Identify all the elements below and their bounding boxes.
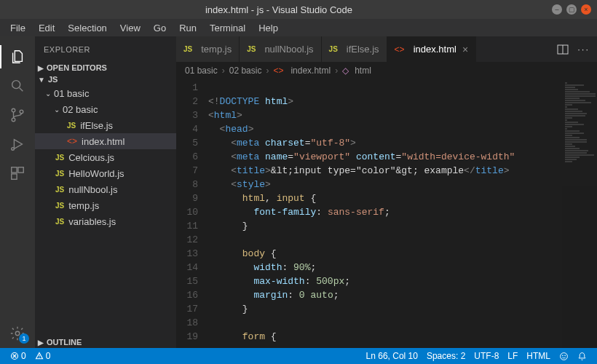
maximize-button[interactable]: ▢	[566, 4, 577, 15]
warning-icon	[35, 352, 44, 360]
breadcrumb-item[interactable]: 01 basic	[185, 66, 218, 76]
tab-index-html[interactable]: <> index.html ×	[387, 36, 476, 62]
split-editor-icon[interactable]	[557, 44, 569, 55]
tree-folder[interactable]: ⌄ 02 basic	[35, 101, 176, 117]
chevron-right-icon: ›	[266, 66, 269, 76]
file-label: variables.js	[68, 216, 116, 227]
tab-temp-js[interactable]: JS temp.js	[176, 36, 240, 62]
menu-selection[interactable]: Selection	[62, 21, 112, 35]
activity-debug[interactable]	[0, 130, 35, 159]
status-encoding[interactable]: UTF-8	[470, 351, 503, 361]
code-editor[interactable]: 1 2 3 4 5 6 7 8 9 10 11 12 13 14 15 16 1…	[176, 79, 597, 348]
menu-go[interactable]: Go	[148, 21, 172, 35]
html-file-icon: <>	[273, 66, 283, 76]
activity-explorer[interactable]	[0, 42, 35, 71]
editor-area: JS temp.js JS nullNbool.js JS ifElse.js …	[176, 36, 597, 348]
breadcrumbs[interactable]: 01 basic › 02 basic › <>index.html › ◇ht…	[176, 62, 597, 79]
activity-scm[interactable]	[0, 100, 35, 130]
tree-file[interactable]: JS ifElse.js	[35, 117, 176, 133]
breadcrumb-item[interactable]: ◇html	[342, 66, 371, 76]
breadcrumb-item[interactable]: <>index.html	[273, 66, 331, 76]
status-warnings[interactable]: 0	[31, 351, 55, 361]
line-gutter: 1 2 3 4 5 6 7 8 9 10 11 12 13 14 15 16 1…	[176, 79, 208, 348]
js-file-icon: JS	[329, 45, 338, 53]
tab-ifelse-js[interactable]: JS ifElse.js	[322, 36, 387, 62]
files-icon	[9, 49, 25, 65]
status-eol[interactable]: LF	[503, 351, 522, 361]
tag-icon: ◇	[342, 66, 349, 76]
activity-extensions[interactable]	[0, 159, 35, 188]
close-icon[interactable]: ×	[462, 44, 468, 55]
search-icon	[9, 78, 25, 94]
section-outline[interactable]: ▶ OUTLINE	[35, 336, 176, 348]
js-file-icon: JS	[183, 45, 192, 53]
status-lang[interactable]: HTML	[522, 351, 555, 361]
tab-label: temp.js	[201, 44, 232, 55]
menu-bar: File Edit Selection View Go Run Terminal…	[0, 19, 597, 36]
chevron-down-icon: ⌄	[45, 90, 54, 98]
js-file-icon: JS	[55, 170, 64, 178]
activity-bar: 1	[0, 36, 35, 348]
svg-point-0	[12, 81, 20, 89]
menu-file[interactable]: File	[4, 21, 31, 35]
js-file-icon: JS	[55, 154, 64, 162]
menu-help[interactable]: Help	[253, 21, 284, 35]
menu-view[interactable]: View	[114, 21, 146, 35]
status-bar: 0 0 Ln 66, Col 10 Spaces: 2 UTF-8 LF HTM…	[0, 348, 597, 364]
window-titlebar: index.html - js - Visual Studio Code – ▢…	[0, 0, 597, 19]
file-tree: ⌄ 01 basic ⌄ 02 basic JS ifElse.js <> in…	[35, 85, 176, 229]
minimize-button[interactable]: –	[552, 4, 562, 15]
menu-run[interactable]: Run	[173, 21, 202, 35]
activity-settings[interactable]: 1	[0, 319, 35, 348]
svg-point-3	[20, 110, 23, 114]
minimap[interactable]	[562, 79, 597, 348]
editor-tabs: JS temp.js JS nullNbool.js JS ifElse.js …	[176, 36, 597, 62]
bell-icon	[577, 352, 587, 361]
section-open-editors[interactable]: ▶ OPEN EDITORS	[35, 62, 176, 74]
file-label: nullNbool.js	[68, 184, 117, 195]
activity-search[interactable]	[0, 71, 35, 100]
tree-file[interactable]: JS Celcious.js	[35, 149, 176, 165]
html-file-icon: <>	[395, 44, 405, 55]
chevron-right-icon: ›	[222, 66, 225, 76]
menu-edit[interactable]: Edit	[33, 21, 60, 35]
more-actions-icon[interactable]: ···	[577, 44, 590, 55]
branch-icon	[9, 107, 25, 123]
code-content[interactable]: <!DOCTYPE html><html> <head> <meta chars…	[208, 79, 597, 348]
chevron-down-icon: ⌄	[54, 106, 63, 114]
section-root[interactable]: ▼ JS	[35, 74, 176, 85]
tab-nullnbool-js[interactable]: JS nullNbool.js	[240, 36, 321, 62]
breadcrumb-item[interactable]: 02 basic	[229, 66, 262, 76]
svg-rect-6	[18, 167, 23, 173]
svg-point-12	[562, 355, 563, 355]
smiley-icon	[559, 352, 569, 361]
play-bug-icon	[9, 136, 25, 152]
tree-file[interactable]: <> index.html	[35, 133, 176, 149]
status-lncol[interactable]: Ln 66, Col 10	[362, 351, 422, 361]
main-area: 1 EXPLORER ▶ OPEN EDITORS ▼ JS ⌄ 01 basi…	[0, 36, 597, 348]
tree-file[interactable]: JS temp.js	[35, 197, 176, 213]
tab-label: ifElse.js	[347, 44, 379, 55]
extensions-icon	[9, 165, 25, 181]
tree-file[interactable]: JS HelloWorld.js	[35, 165, 176, 181]
tree-folder[interactable]: ⌄ 01 basic	[35, 85, 176, 101]
status-spaces[interactable]: Spaces: 2	[422, 351, 470, 361]
svg-rect-7	[12, 174, 17, 179]
status-errors[interactable]: 0	[6, 351, 31, 361]
window-title: index.html - js - Visual Studio Code	[6, 4, 552, 15]
section-label: JS	[48, 75, 58, 84]
tree-file[interactable]: JS variables.js	[35, 213, 176, 229]
chevron-right-icon: ▶	[38, 339, 44, 347]
js-file-icon: JS	[67, 122, 76, 130]
status-feedback[interactable]	[555, 351, 573, 361]
svg-point-2	[12, 118, 15, 122]
html-file-icon: <>	[67, 136, 77, 146]
close-button[interactable]: ×	[581, 4, 591, 15]
status-notifications[interactable]	[573, 351, 591, 361]
menu-terminal[interactable]: Terminal	[204, 21, 251, 35]
folder-label: 02 basic	[63, 104, 98, 115]
folder-label: 01 basic	[54, 88, 89, 99]
js-file-icon: JS	[55, 218, 64, 226]
tree-file[interactable]: JS nullNbool.js	[35, 181, 176, 197]
svg-point-1	[12, 108, 15, 112]
